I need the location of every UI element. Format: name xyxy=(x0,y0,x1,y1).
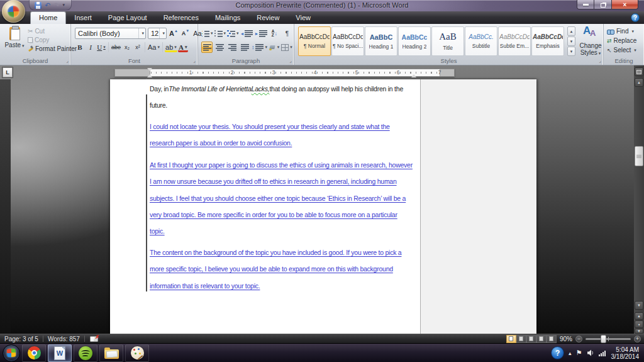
next-page-button[interactable]: ▼ xyxy=(635,329,643,334)
change-case-button[interactable]: Aa xyxy=(147,42,160,53)
tab-stop-selector[interactable]: L xyxy=(3,67,13,77)
undo-icon[interactable]: ↶ xyxy=(45,2,50,9)
justify-button[interactable] xyxy=(239,42,250,53)
align-left-button[interactable] xyxy=(201,42,213,53)
speaker-icon[interactable] xyxy=(587,348,594,359)
tray-help-icon[interactable]: ? xyxy=(551,346,564,359)
cut-button[interactable]: ✂ Cut xyxy=(28,28,77,35)
right-indent-marker[interactable] xyxy=(411,72,416,77)
grow-font-button[interactable]: A▲ xyxy=(169,28,179,39)
zoom-slider[interactable] xyxy=(586,338,631,340)
scroll-down-button[interactable]: ▼ xyxy=(635,301,643,310)
line-spacing-button[interactable]: ↕ xyxy=(252,42,267,53)
outline-view-button[interactable] xyxy=(536,335,547,343)
align-right-button[interactable] xyxy=(226,42,238,53)
superscript-button[interactable]: x² xyxy=(133,42,143,53)
tab-page-layout[interactable]: Page Layout xyxy=(100,11,155,24)
shrink-font-button[interactable]: A▼ xyxy=(180,28,191,39)
increase-indent-button[interactable]: ► xyxy=(254,28,267,39)
scrollbar-thumb[interactable] xyxy=(635,146,643,166)
select-browse-object-button[interactable]: ● xyxy=(635,320,643,328)
web-layout-view-button[interactable] xyxy=(526,335,536,343)
tab-view[interactable]: View xyxy=(287,11,319,24)
close-button[interactable]: × xyxy=(611,0,638,9)
show-hidden-icons-button[interactable]: ▴ xyxy=(569,350,572,356)
document-page[interactable]: Day, in The Immortal Life of Henrietta L… xyxy=(110,79,536,334)
action-center-icon[interactable]: ⚑ xyxy=(576,349,582,357)
tab-review[interactable]: Review xyxy=(248,11,287,24)
previous-page-button[interactable]: ▲ xyxy=(635,312,643,320)
bullets-button[interactable] xyxy=(201,28,213,39)
vertical-scrollbar[interactable]: ▲ ▼ ▲ ● ▼ xyxy=(634,65,644,334)
italic-button[interactable]: I xyxy=(86,42,96,53)
restore-button[interactable] xyxy=(594,0,611,9)
style-title[interactable]: AaB Title xyxy=(431,26,464,56)
style-heading-2[interactable]: AaBbCc Heading 2 xyxy=(398,26,431,56)
zoom-out-button[interactable]: − xyxy=(575,336,582,342)
minimize-button[interactable] xyxy=(577,0,594,9)
strikethrough-button[interactable]: abe xyxy=(111,42,121,53)
horizontal-ruler[interactable]: 1 2 3 4 5 6 7 xyxy=(114,69,455,77)
proofing-errors-icon[interactable] xyxy=(90,336,98,342)
style-normal[interactable]: AaBbCcDc ¶ Normal xyxy=(298,26,331,56)
page-indicator[interactable]: Page: 3 of 5 xyxy=(0,336,43,342)
sort-button[interactable]: AZ ↓ xyxy=(269,28,280,39)
style-no-spacing[interactable]: AaBbCcDc ¶ No Spaci... xyxy=(331,26,364,56)
taskbar-chrome-button[interactable] xyxy=(22,344,46,362)
full-screen-reading-view-button[interactable] xyxy=(516,335,526,343)
print-layout-view-button[interactable] xyxy=(506,335,516,343)
styles-scroll-down-button[interactable]: ▼ xyxy=(567,37,575,46)
bold-button[interactable]: B xyxy=(75,42,85,53)
ruler-toggle-button[interactable] xyxy=(635,67,643,76)
replace-button[interactable]: ⇄ Replace xyxy=(607,37,636,44)
show-hide-paragraph-button[interactable]: ¶ xyxy=(281,28,292,39)
taskbar-explorer-button[interactable] xyxy=(99,344,123,362)
font-size-dropdown-icon[interactable] xyxy=(159,28,166,38)
find-button[interactable]: Find xyxy=(607,28,636,35)
draft-view-button[interactable] xyxy=(547,335,557,343)
style-emphasis[interactable]: AaBbCcDc Emphasis xyxy=(531,26,564,56)
style-heading-1[interactable]: AaBbC Heading 1 xyxy=(365,26,397,56)
change-styles-button[interactable]: Change Styles xyxy=(579,27,602,60)
styles-scroll-up-button[interactable]: ▲ xyxy=(567,26,575,36)
scroll-up-button[interactable]: ▲ xyxy=(635,78,643,87)
style-subtle-emphasis[interactable]: AaBbCcDc Subtle Em... xyxy=(498,26,531,56)
tab-mailings[interactable]: Mailings xyxy=(207,11,248,24)
tab-references[interactable]: References xyxy=(155,11,207,24)
font-size-combobox[interactable]: 12 xyxy=(148,28,167,39)
start-button[interactable] xyxy=(3,344,20,362)
text-highlight-button[interactable]: ab xyxy=(165,43,177,52)
redo-icon[interactable]: ↷ xyxy=(53,2,59,9)
style-subtitle[interactable]: AaBbCc. Subtitle xyxy=(465,26,497,56)
taskbar-spotify-button[interactable] xyxy=(74,344,97,362)
font-name-dropdown-icon[interactable] xyxy=(138,28,145,38)
multilevel-list-button[interactable] xyxy=(227,28,239,39)
paste-button[interactable]: Paste xyxy=(3,27,26,57)
underline-button[interactable]: U xyxy=(96,42,106,53)
font-name-combobox[interactable]: Calibri (Body) xyxy=(75,28,146,39)
zoom-level[interactable]: 90% xyxy=(560,336,572,342)
font-color-button[interactable]: A xyxy=(178,43,188,52)
borders-button[interactable] xyxy=(281,42,292,53)
hanging-indent-marker[interactable] xyxy=(147,72,152,77)
format-painter-button[interactable]: Format Painter xyxy=(28,45,77,52)
tab-insert[interactable]: Insert xyxy=(66,11,100,24)
taskbar-word-button[interactable]: W xyxy=(48,344,72,362)
network-signal-icon[interactable] xyxy=(599,348,607,359)
help-icon[interactable]: ? xyxy=(631,13,640,22)
decrease-indent-button[interactable]: ◄ xyxy=(240,28,253,39)
taskbar-paint-button[interactable] xyxy=(125,344,149,362)
customize-qat-icon[interactable]: ▾ xyxy=(62,3,65,8)
taskbar-clock[interactable]: 5:04 AM 3/18/2014 xyxy=(611,346,640,360)
subscript-button[interactable]: x₂ xyxy=(122,42,132,53)
copy-button[interactable]: Copy xyxy=(28,37,77,43)
styles-more-button[interactable]: ▼ xyxy=(567,47,575,56)
align-center-button[interactable] xyxy=(214,42,225,53)
select-button[interactable]: ↖ Select xyxy=(607,47,636,54)
zoom-slider-thumb[interactable] xyxy=(601,335,606,343)
shading-button[interactable] xyxy=(269,42,280,53)
tab-home[interactable]: Home xyxy=(30,11,66,24)
numbering-button[interactable] xyxy=(214,28,226,39)
office-button[interactable] xyxy=(2,0,25,23)
zoom-in-button[interactable]: + xyxy=(634,336,641,342)
